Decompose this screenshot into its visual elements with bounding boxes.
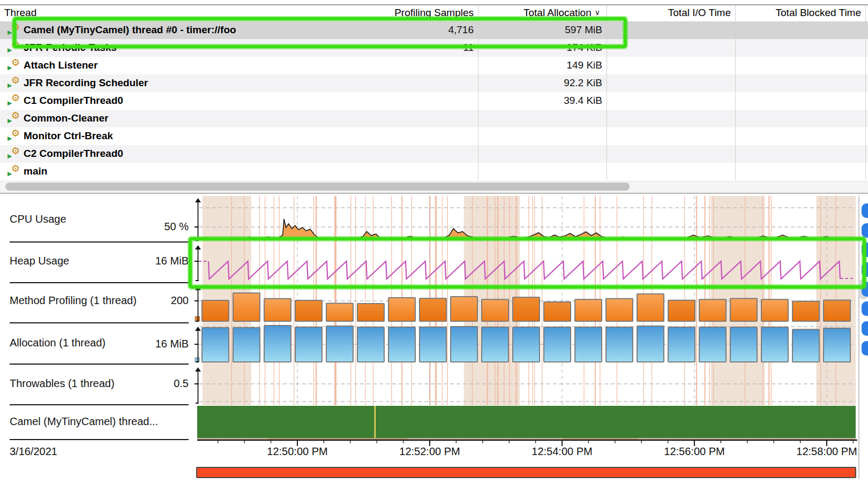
lane-separator [10,322,189,323]
thread-icon: ⚙▶ [8,147,23,162]
play-triangle-icon: ▶ [8,100,12,106]
lane-label-heap-usage: Heap Usage [10,255,69,267]
table-row-jfr-periodic-tasks[interactable]: ⚙▶JFR Periodic Tasks11174 KiB [0,39,868,57]
thread-icon: ⚙▶ [8,111,23,126]
table-row-c1-compilerthread0[interactable]: ⚙▶C1 CompilerThread039.4 KiB [0,92,868,110]
play-triangle-icon: ▶ [8,29,12,35]
column-header-profiling-samples[interactable]: Profiling Samples [394,7,474,19]
column-header-total-i-o-time[interactable]: Total I/O Time [668,7,731,19]
lane-action-button-6[interactable] [862,301,868,316]
timeline-range-selector[interactable] [196,467,856,478]
lane-axis-tick-label: 16 MiB [155,338,189,350]
profiler-window: ThreadProfiling SamplesTotal Allocation∨… [0,0,868,484]
time-tick-label: 12:58:00 PM [796,445,857,458]
total-allocation-value: 39.4 KiB [564,95,602,107]
play-triangle-icon: ▶ [8,82,12,88]
column-header-total-allocation[interactable]: Total Allocation∨ [523,7,600,19]
time-axis-labels: 12:50:00 PM12:52:00 PM12:54:00 PM12:56:0… [197,445,858,459]
lane-action-button-3[interactable] [862,243,868,257]
thread-name: JFR Recording Scheduler [24,77,148,89]
gear-icon: ⚙ [11,164,20,173]
thread-icon: ⚙▶ [8,58,23,73]
table-row-monitor-ctrl-break[interactable]: ⚙▶Monitor Ctrl-Break [0,127,868,145]
lane-action-button-7[interactable] [862,321,868,336]
thread-name: Monitor Ctrl-Break [24,130,113,142]
thread-icon: ⚙▶ [8,41,23,56]
play-triangle-icon: ▶ [8,153,12,159]
table-row-common-cleaner[interactable]: ⚙▶Common-Cleaner [0,110,868,127]
thread-name: Camel (MyTinyCamel) thread #0 - timer://… [24,24,236,36]
gear-icon: ⚙ [11,146,20,156]
column-header-label: Total Allocation [523,7,592,18]
lane-action-button-4[interactable] [862,262,868,277]
gear-icon: ⚙ [11,128,20,138]
play-triangle-icon: ▶ [8,118,12,124]
gear-icon: ⚙ [11,93,20,103]
profiling-samples-value: 4,716 [448,24,474,36]
lane-axis-tick-label: 50 % [164,221,189,233]
lane-separator [10,364,189,365]
gear-icon: ⚙ [11,40,20,50]
time-tick-label: 12:54:00 PM [532,445,592,458]
thread-icon: ⚙▶ [8,164,23,178]
table-hscrollbar-thumb[interactable] [5,183,630,191]
lane-separator [10,241,189,243]
total-allocation-value: 597 MiB [565,24,602,36]
lane-action-button-1[interactable] [862,203,868,218]
column-header-thread[interactable]: Thread [4,7,36,19]
play-triangle-icon: ▶ [8,171,12,177]
gear-icon: ⚙ [11,22,20,32]
column-header-label: Thread [4,7,36,18]
lane-label-method-profiling-1-thread: Method Profiling (1 thread) [10,294,137,307]
thread-icon: ⚙▶ [8,129,23,144]
thread-table-header: ThreadProfiling SamplesTotal Allocation∨… [0,5,868,21]
lane-separator [10,282,189,283]
thread-name: C1 CompilerThread0 [24,95,123,107]
lane-action-button-8[interactable] [862,341,868,356]
column-header-total-blocked-time[interactable]: Total Blocked Time [776,7,861,19]
lane-label-cpu-usage: CPU Usage [10,213,66,225]
thread-name: JFR Periodic Tasks [24,42,117,54]
timeline-chart-area[interactable] [197,196,856,440]
thread-table[interactable]: ⚙▶Camel (MyTinyCamel) thread #0 - timer:… [0,21,868,178]
play-triangle-icon: ▶ [8,65,12,71]
thread-icon: ⚙▶ [8,76,23,91]
panel-right-border [858,196,859,479]
lane-action-button-2[interactable] [862,223,868,238]
thread-icon: ⚙▶ [8,23,23,38]
lane-action-button-5[interactable] [862,282,868,297]
thread-name: main [24,165,47,177]
column-header-label: Total I/O Time [668,7,731,18]
column-header-label: Profiling Samples [394,7,474,18]
table-row-jfr-recording-scheduler[interactable]: ⚙▶JFR Recording Scheduler92.2 KiB [0,74,868,92]
gear-icon: ⚙ [11,75,20,85]
lane-axis-tick-label: 200 [171,294,189,307]
time-tick-label: 12:56:00 PM [664,445,724,458]
lane-label-throwables-1-thread: Throwables (1 thread) [10,377,115,390]
lane-separator [10,439,189,440]
lane-axis-tick-label: 0.5 [174,377,189,390]
table-row-c2-compilerthread0[interactable]: ⚙▶C2 CompilerThread0 [0,145,868,163]
profiling-samples-value: 11 [463,42,474,54]
thread-name: Common-Cleaner [24,112,108,124]
thread-name: C2 CompilerThread0 [24,148,123,160]
table-row-main[interactable]: ⚙▶main [0,163,868,178]
gear-icon: ⚙ [11,111,20,120]
table-row-attach-listener[interactable]: ⚙▶Attach Listener149 KiB [0,57,868,74]
date-label: 3/16/2021 [10,445,57,458]
lane-label-camel-mytinycamel-thread: Camel (MyTinyCamel) thread... [10,415,158,428]
table-row-camel-mytinycamel-thread-0-timer-foo[interactable]: ⚙▶Camel (MyTinyCamel) thread #0 - timer:… [0,21,868,39]
lane-axis-tick-label: 16 MiB [155,255,189,267]
sort-desc-icon: ∨ [595,8,600,17]
gear-icon: ⚙ [11,58,20,67]
column-header-label: Total Blocked Time [776,7,861,18]
thread-name: Attach Listener [24,59,98,71]
lane-separator [10,404,189,405]
time-tick-label: 12:52:00 PM [399,445,460,458]
time-tick-label: 12:50:00 PM [267,445,327,458]
total-allocation-value: 149 KiB [566,59,602,71]
thread-icon: ⚙▶ [8,94,23,109]
total-allocation-value: 174 KiB [566,42,602,54]
total-allocation-value: 92.2 KiB [564,77,602,89]
lane-label-allocation-1-thread: Allocation (1 thread) [10,337,106,349]
